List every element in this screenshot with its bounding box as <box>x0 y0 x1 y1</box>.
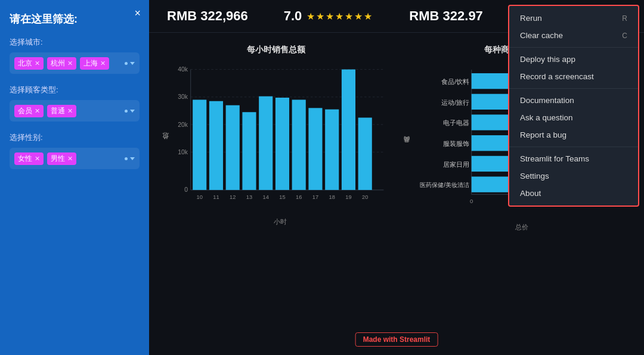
menu-divider-3 <box>509 147 638 147</box>
bar-10 <box>193 99 206 189</box>
chevron-down-icon <box>130 62 135 65</box>
menu-item-clear-cache-shortcut: C <box>622 32 627 40</box>
svg-text:17: 17 <box>312 194 318 200</box>
city-tag-shanghai[interactable]: 上海 ✕ <box>80 57 109 70</box>
menu-item-teams[interactable]: Streamlit for Teams <box>509 150 638 167</box>
svg-text:15: 15 <box>279 194 285 200</box>
customer-label: 选择顾客类型: <box>10 85 140 95</box>
menu-item-deploy[interactable]: Deploy this app <box>509 51 638 68</box>
metric-revenue-value: RMB 322,966 <box>167 8 248 24</box>
menu-divider-2 <box>509 88 638 89</box>
gender-tag-male[interactable]: 男性 ✕ <box>47 152 76 165</box>
menu-item-bug[interactable]: Report a bug <box>509 126 638 144</box>
svg-text:医药保健/美妆清洁: 医药保健/美妆清洁 <box>420 182 469 188</box>
svg-text:0: 0 <box>470 198 473 204</box>
menu-item-screencast-label: Record a screencast <box>520 72 594 81</box>
metric-rating-value: 7.0 <box>284 8 302 24</box>
metric-revenue: RMB 322,966 <box>167 8 248 24</box>
city-tag-beijing[interactable]: 北京 ✕ <box>14 57 44 70</box>
svg-text:食品/饮料: 食品/饮料 <box>441 78 469 85</box>
menu-item-docs[interactable]: Documentation <box>509 92 638 109</box>
dropdown-menu: Rerun R Clear cache C Deploy this app Re… <box>508 5 639 207</box>
sidebar-title: 请在这里筛选: <box>10 12 140 26</box>
menu-divider-1 <box>509 47 638 48</box>
chevron-down-icon2 <box>130 110 135 113</box>
city-tag-container[interactable]: 北京 ✕ 杭州 ✕ 上海 ✕ <box>10 52 140 74</box>
chevron-down-icon3 <box>130 157 135 160</box>
customer-tag-normal-remove[interactable]: ✕ <box>67 107 73 115</box>
hourly-chart-svg: 40k 30k 20k 10k 0 <box>170 63 391 214</box>
svg-text:30k: 30k <box>178 94 188 100</box>
svg-text:13: 13 <box>246 194 252 200</box>
menu-item-rerun-label: Rerun <box>520 14 542 23</box>
city-tag-hangzhou-remove[interactable]: ✕ <box>67 60 73 67</box>
customer-tag-container[interactable]: 会员 ✕ 普通 ✕ <box>10 100 140 122</box>
city-dropdown[interactable] <box>125 62 135 65</box>
city-label: 选择城市: <box>10 37 140 48</box>
bar-16 <box>292 99 306 189</box>
svg-text:运动/旅行: 运动/旅行 <box>441 99 469 106</box>
svg-text:18: 18 <box>329 194 335 200</box>
svg-text:服装服饰: 服装服饰 <box>443 140 469 147</box>
svg-text:20k: 20k <box>178 122 188 128</box>
menu-item-ask-label: Ask a question <box>520 113 573 122</box>
svg-text:10: 10 <box>197 194 203 200</box>
svg-text:16: 16 <box>296 194 302 200</box>
menu-item-deploy-label: Deploy this app <box>520 55 575 64</box>
metric-avg-price-value: RMB 322.97 <box>409 8 483 24</box>
menu-item-settings[interactable]: Settings <box>509 167 638 185</box>
customer-tag-member[interactable]: 会员 ✕ <box>14 105 44 117</box>
menu-item-docs-label: Documentation <box>520 96 574 105</box>
main-content: ≡ RMB 322,966 7.0 ★★★★★★★ RMB 322.97 每小时… <box>149 0 644 355</box>
customer-filter: 选择顾客类型: 会员 ✕ 普通 ✕ <box>10 85 140 122</box>
menu-item-screencast[interactable]: Record a screencast <box>509 68 638 85</box>
svg-text:10k: 10k <box>178 149 188 155</box>
customer-dropdown[interactable] <box>125 110 135 113</box>
gender-dropdown[interactable] <box>125 157 135 160</box>
menu-item-bug-label: Report a bug <box>520 130 566 139</box>
gender-tag-female-remove[interactable]: ✕ <box>35 155 40 163</box>
gender-filter: 选择性别: 女性 ✕ 男性 ✕ <box>10 132 140 169</box>
bar-17 <box>308 108 322 190</box>
menu-item-rerun[interactable]: Rerun R <box>509 10 638 27</box>
svg-text:11: 11 <box>213 194 219 200</box>
customer-tag-normal[interactable]: 普通 ✕ <box>47 105 76 117</box>
sidebar: × 请在这里筛选: 选择城市: 北京 ✕ 杭州 ✕ 上海 ✕ <box>0 0 149 355</box>
svg-text:电子电器: 电子电器 <box>443 119 469 126</box>
menu-item-about[interactable]: About <box>509 185 638 202</box>
metric-avg-price: RMB 322.97 <box>409 8 483 24</box>
hourly-x-axis-label: 小时 <box>170 217 391 226</box>
city-tag-hangzhou[interactable]: 杭州 ✕ <box>47 57 76 70</box>
bar-15 <box>275 98 289 190</box>
menu-item-rerun-shortcut: R <box>622 14 627 23</box>
hourly-chart: 每小时销售总额 总价 40k <box>161 45 391 232</box>
svg-text:14: 14 <box>263 194 269 200</box>
customer-tag-member-remove[interactable]: ✕ <box>35 107 40 115</box>
city-tag-shanghai-remove[interactable]: ✕ <box>100 60 106 67</box>
bar-18 <box>325 110 339 190</box>
bar-14 <box>259 96 273 190</box>
svg-text:居家日用: 居家日用 <box>443 161 469 168</box>
svg-text:19: 19 <box>345 194 351 200</box>
footer-text: Made with <box>363 335 400 344</box>
gender-label: 选择性别: <box>10 132 140 143</box>
gender-tag-female[interactable]: 女性 ✕ <box>14 152 44 165</box>
gender-tag-male-remove[interactable]: ✕ <box>67 155 73 163</box>
footer: Made with Streamlit <box>355 332 438 347</box>
menu-item-ask[interactable]: Ask a question <box>509 109 638 126</box>
city-filter: 选择城市: 北京 ✕ 杭州 ✕ 上海 ✕ <box>10 37 140 74</box>
bar-12 <box>226 105 240 190</box>
menu-item-clear-cache[interactable]: Clear cache C <box>509 27 638 44</box>
bar-19 <box>342 70 355 190</box>
gender-tag-container[interactable]: 女性 ✕ 男性 ✕ <box>10 148 140 169</box>
city-tag-beijing-remove[interactable]: ✕ <box>35 60 40 67</box>
footer-badge: Made with Streamlit <box>355 332 438 347</box>
app-container: × 请在这里筛选: 选择城市: 北京 ✕ 杭州 ✕ 上海 ✕ <box>0 0 644 355</box>
category-x-axis-label: 总价 <box>411 223 632 232</box>
close-icon[interactable]: × <box>134 7 141 20</box>
bar-13 <box>242 112 256 190</box>
bar-20 <box>358 118 372 190</box>
svg-text:40k: 40k <box>178 66 188 73</box>
svg-text:0: 0 <box>184 186 188 193</box>
hourly-chart-wrapper: 总价 40k 30k 20k <box>161 63 391 226</box>
